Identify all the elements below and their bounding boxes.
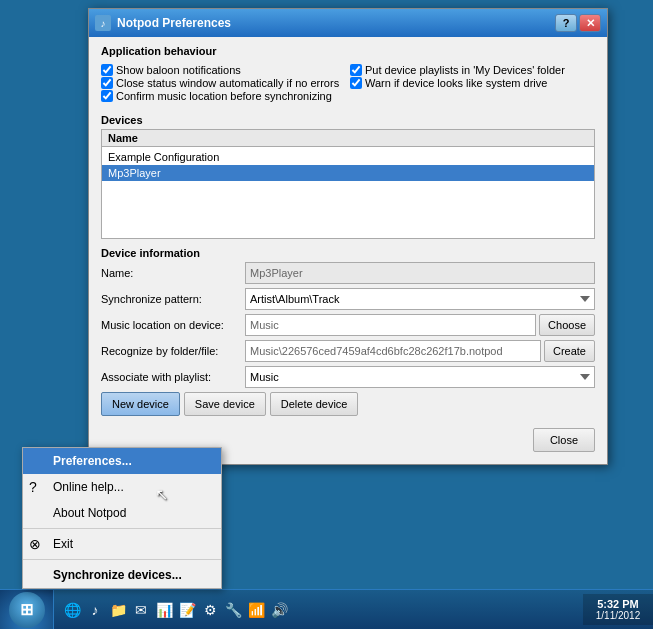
cb-label-5: Confirm music location before synchroniz…	[116, 90, 332, 102]
devices-list-body: Example Configuration Mp3Player	[102, 147, 594, 183]
checkboxes-grid: Show baloon notifications Put device pla…	[101, 60, 595, 106]
device-info-section: Device information Name: Synchronize pat…	[101, 247, 595, 416]
devices-list-header: Name	[102, 130, 594, 147]
preferences-dialog: ♪ Notpod Preferences ? ✕ Application beh…	[88, 8, 608, 465]
preferences-label: Preferences...	[53, 454, 132, 468]
cb-put-device-playlists[interactable]	[350, 64, 362, 76]
taskbar-icon-extra3[interactable]: 📶	[246, 600, 266, 620]
associate-playlist-field: Music	[245, 366, 595, 388]
checkbox-item-3: Close status window automatically if no …	[101, 77, 346, 89]
menu-item-exit[interactable]: ⊗ Exit	[23, 531, 221, 557]
app-behaviour-section: Application behaviour Show baloon notifi…	[101, 45, 595, 106]
recognize-by-row: Recognize by folder/file: Create	[101, 340, 595, 362]
dialog-title: Notpod Preferences	[117, 16, 231, 30]
menu-separator-2	[23, 559, 221, 560]
dialog-close-button[interactable]: ✕	[579, 14, 601, 32]
delete-device-button[interactable]: Delete device	[270, 392, 359, 416]
start-button[interactable]: ⊞	[0, 590, 54, 630]
synchronize-label: Synchronize devices...	[53, 568, 182, 582]
create-button[interactable]: Create	[544, 340, 595, 362]
close-main-button[interactable]: Close	[533, 428, 595, 452]
app-icon: ♪	[95, 15, 111, 31]
cb-label-2: Put device playlists in 'My Devices' fol…	[365, 64, 565, 76]
checkbox-item-4: Warn if device looks like system drive	[350, 77, 595, 89]
online-help-icon: ?	[29, 479, 37, 495]
action-buttons: New device Save device Delete device	[101, 392, 595, 416]
device-item-1[interactable]: Mp3Player	[102, 165, 594, 181]
exit-label: Exit	[53, 537, 73, 551]
dialog-title-left: ♪ Notpod Preferences	[95, 15, 231, 31]
new-device-button[interactable]: New device	[101, 392, 180, 416]
clock-date: 1/11/2012	[591, 610, 645, 621]
music-location-label: Music location on device:	[101, 319, 241, 331]
taskbar-icon-extra1[interactable]: ⚙	[200, 600, 220, 620]
taskbar-icon-media[interactable]: ♪	[85, 600, 105, 620]
exit-icon: ⊗	[29, 536, 41, 552]
name-row: Name:	[101, 262, 595, 284]
menu-item-about[interactable]: About Notpod	[23, 500, 221, 526]
app-behaviour-title: Application behaviour	[101, 45, 595, 57]
recognize-by-input[interactable]	[245, 340, 541, 362]
context-menu: Preferences... ? Online help... About No…	[22, 447, 222, 589]
devices-title: Devices	[101, 114, 595, 126]
cb-label-1: Show baloon notifications	[116, 64, 241, 76]
music-location-field: Choose	[245, 314, 595, 336]
taskbar-icon-extra4[interactable]: 🔊	[269, 600, 289, 620]
choose-button[interactable]: Choose	[539, 314, 595, 336]
taskbar: ⊞ 🌐 ♪ 📁 ✉ 📊 📝 ⚙ 🔧 📶 🔊 5:32 PM 1/11/2012	[0, 589, 653, 629]
menu-item-online-help[interactable]: ? Online help...	[23, 474, 221, 500]
recognize-by-field: Create	[245, 340, 595, 362]
devices-section: Devices Name Example Configuration Mp3Pl…	[101, 114, 595, 239]
devices-list: Name Example Configuration Mp3Player	[101, 129, 595, 239]
menu-item-preferences[interactable]: Preferences...	[23, 448, 221, 474]
taskbar-icon-calc[interactable]: 📊	[154, 600, 174, 620]
dialog-titlebar: ♪ Notpod Preferences ? ✕	[89, 9, 607, 37]
menu-separator	[23, 528, 221, 529]
cb-label-3: Close status window automatically if no …	[116, 77, 339, 89]
checkbox-item-1: Show baloon notifications	[101, 64, 346, 76]
sync-pattern-select[interactable]: Artist\Album\Track	[245, 288, 595, 310]
cb-show-balloon[interactable]	[101, 64, 113, 76]
cb-warn-device[interactable]	[350, 77, 362, 89]
online-help-label: Online help...	[53, 480, 124, 494]
save-device-button[interactable]: Save device	[184, 392, 266, 416]
taskbar-icon-mail[interactable]: ✉	[131, 600, 151, 620]
checkbox-item-5: Confirm music location before synchroniz…	[101, 90, 346, 102]
dialog-controls: ? ✕	[555, 14, 601, 32]
recognize-by-label: Recognize by folder/file:	[101, 345, 241, 357]
cb-label-4: Warn if device looks like system drive	[365, 77, 547, 89]
taskbar-icon-ie[interactable]: 🌐	[62, 600, 82, 620]
taskbar-clock[interactable]: 5:32 PM 1/11/2012	[583, 594, 653, 625]
associate-playlist-row: Associate with playlist: Music	[101, 366, 595, 388]
sync-pattern-row: Synchronize pattern: Artist\Album\Track	[101, 288, 595, 310]
devices-column-name: Name	[108, 132, 588, 144]
menu-item-synchronize[interactable]: Synchronize devices...	[23, 562, 221, 588]
checkbox-item-2: Put device playlists in 'My Devices' fol…	[350, 64, 595, 76]
cb-close-status[interactable]	[101, 77, 113, 89]
taskbar-icons: 🌐 ♪ 📁 ✉ 📊 📝 ⚙ 🔧 📶 🔊	[54, 600, 583, 620]
name-input[interactable]	[245, 262, 595, 284]
sync-pattern-label: Synchronize pattern:	[101, 293, 241, 305]
associate-playlist-label: Associate with playlist:	[101, 371, 241, 383]
device-info-title: Device information	[101, 247, 595, 259]
taskbar-icon-folder[interactable]: 📁	[108, 600, 128, 620]
device-item-0[interactable]: Example Configuration	[102, 149, 594, 165]
cb-confirm-music[interactable]	[101, 90, 113, 102]
music-location-row: Music location on device: Choose	[101, 314, 595, 336]
sync-pattern-field: Artist\Album\Track	[245, 288, 595, 310]
taskbar-quick-launch: 🌐 ♪ 📁 ✉ 📊 📝 ⚙ 🔧 📶 🔊	[58, 600, 293, 620]
help-button[interactable]: ?	[555, 14, 577, 32]
name-label: Name:	[101, 267, 241, 279]
dialog-content: Application behaviour Show baloon notifi…	[89, 37, 607, 464]
taskbar-icon-note[interactable]: 📝	[177, 600, 197, 620]
taskbar-icon-extra2[interactable]: 🔧	[223, 600, 243, 620]
about-label: About Notpod	[53, 506, 126, 520]
start-orb: ⊞	[9, 592, 45, 628]
associate-playlist-select[interactable]: Music	[245, 366, 595, 388]
clock-time: 5:32 PM	[591, 598, 645, 610]
music-location-input[interactable]	[245, 314, 536, 336]
